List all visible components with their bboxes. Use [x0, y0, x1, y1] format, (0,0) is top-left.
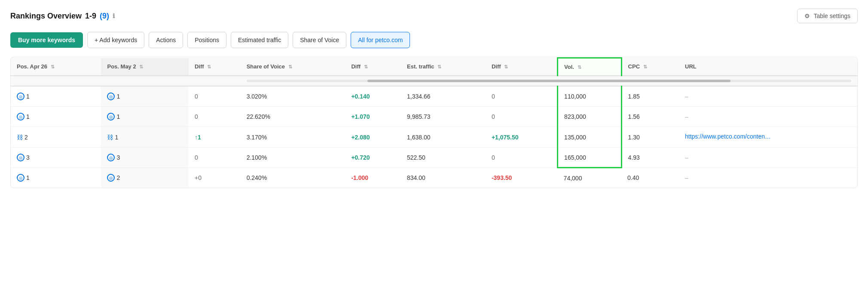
- cell-diff1: 0: [189, 148, 241, 168]
- cell-sov-diff: -1.000: [345, 168, 401, 188]
- col-label-diff2: Diff: [351, 63, 361, 70]
- rankings-table-wrapper: Pos. Apr 26 ⇅ Pos. May 2 ⇅ Diff ⇅ Share …: [10, 57, 858, 188]
- toolbar: Buy more keywords + Add keywords Actions…: [10, 32, 858, 48]
- scrollbar-row: [11, 76, 857, 86]
- count-badge: (9): [100, 12, 109, 21]
- rankings-table: Pos. Apr 26 ⇅ Pos. May 2 ⇅ Diff ⇅ Share …: [11, 57, 857, 188]
- col-header-pos-apr26[interactable]: Pos. Apr 26 ⇅: [11, 58, 101, 76]
- buy-keywords-button[interactable]: Buy more keywords: [10, 32, 83, 48]
- sov-diff-value: +1.070: [351, 113, 370, 120]
- pos-apr26-value: 2: [24, 134, 28, 141]
- actions-button[interactable]: Actions: [149, 32, 183, 48]
- cell-cpc: 0.40: [621, 168, 679, 188]
- table-row: ◎ 1 ◎ 2 +0 0.240% -: [11, 168, 857, 188]
- info-icon[interactable]: ℹ: [113, 12, 115, 19]
- sov-diff-value: +2.080: [351, 134, 370, 141]
- table-settings-label: Table settings: [813, 12, 850, 19]
- cell-pos-apr26: ◎ 1: [11, 86, 101, 107]
- pos-apr26-value: 1: [26, 93, 30, 100]
- url-dash: –: [685, 113, 688, 120]
- cell-vol: 135,000: [558, 127, 622, 148]
- cell-url: –: [679, 107, 857, 127]
- tab-share-of-voice[interactable]: Share of Voice: [293, 32, 346, 48]
- cell-sov: 22.620%: [241, 107, 345, 127]
- url-dash: –: [685, 154, 688, 161]
- table-row: ⛓ 2 ⛓ 1 ↑1 3.170% +: [11, 127, 857, 148]
- sort-icon-pos-may2: ⇅: [139, 64, 143, 70]
- sov-diff-value: +0.140: [351, 93, 370, 100]
- diff-value: 0: [195, 154, 198, 161]
- cell-traffic-diff: +1,075.50: [486, 127, 558, 148]
- col-header-diff1[interactable]: Diff ⇅: [189, 58, 241, 76]
- cell-pos-may2: ◎ 1: [101, 86, 189, 107]
- cell-vol: 823,000: [558, 107, 622, 127]
- pos-may2-value: 1: [116, 113, 120, 120]
- col-header-diff2[interactable]: Diff ⇅: [345, 58, 401, 76]
- cell-pos-may2: ⛓ 1: [101, 127, 189, 148]
- col-label-pos-apr26: Pos. Apr 26: [17, 63, 47, 70]
- position-circle-icon: ◎: [107, 154, 115, 161]
- col-header-diff3[interactable]: Diff ⇅: [486, 58, 558, 76]
- cell-cpc: 1.56: [621, 107, 679, 127]
- pos-may2-value: 3: [116, 154, 120, 161]
- cell-est-traffic: 1,638.00: [401, 127, 486, 148]
- tab-all-petco[interactable]: All for petco.com: [351, 32, 410, 48]
- sov-diff-value: +0.720: [351, 154, 370, 161]
- tab-positions[interactable]: Positions: [187, 32, 226, 48]
- cell-vol: 165,000: [558, 148, 622, 168]
- cell-pos-may2: ◎ 1: [101, 107, 189, 127]
- diff-value: ↑1: [195, 134, 201, 141]
- url-dash: –: [685, 93, 688, 100]
- col-header-vol[interactable]: Vol. ⇅: [558, 58, 622, 76]
- position-link-icon: ⛓: [17, 134, 23, 141]
- col-label-diff3: Diff: [492, 63, 501, 70]
- position-circle-icon: ◎: [107, 113, 115, 121]
- position-circle-icon: ◎: [17, 113, 24, 121]
- sort-icon-pos-apr26: ⇅: [51, 64, 55, 70]
- header-row: Rankings Overview 1-9 (9) ℹ ⚙ Table sett…: [10, 9, 858, 23]
- sort-icon-diff1: ⇅: [207, 64, 211, 70]
- horizontal-scrollbar[interactable]: [247, 80, 851, 82]
- pos-may2-value: 1: [116, 93, 120, 100]
- sort-icon-vol: ⇅: [578, 65, 581, 70]
- tab-estimated-traffic[interactable]: Estimated traffic: [231, 32, 288, 48]
- col-label-diff1: Diff: [195, 63, 204, 70]
- cell-sov: 3.170%: [241, 127, 345, 148]
- cell-vol: 74,000: [558, 168, 622, 188]
- url-dash: –: [685, 174, 688, 181]
- url-link[interactable]: https://www.petco.com/content/…/s/parak: [685, 133, 771, 140]
- table-settings-button[interactable]: ⚙ Table settings: [797, 9, 858, 23]
- gear-icon: ⚙: [804, 12, 810, 19]
- position-circle-icon: ◎: [17, 93, 24, 100]
- diff-value: 0: [195, 113, 198, 120]
- col-header-url[interactable]: URL: [679, 58, 857, 76]
- cell-pos-may2: ◎ 3: [101, 148, 189, 168]
- diff-value: +0: [195, 174, 202, 181]
- cell-sov: 2.100%: [241, 148, 345, 168]
- traffic-diff-value: 0: [492, 93, 495, 100]
- cell-sov: 0.240%: [241, 168, 345, 188]
- cell-url: https://www.petco.com/content/…/s/parak: [679, 127, 857, 148]
- cell-pos-apr26: ◎ 1: [11, 168, 101, 188]
- cell-sov-diff: +2.080: [345, 127, 401, 148]
- sort-icon-diff2: ⇅: [364, 64, 368, 70]
- sov-diff-value: -1.000: [351, 174, 368, 181]
- cell-diff1: 0: [189, 107, 241, 127]
- sort-icon-est-traffic: ⇅: [437, 64, 441, 70]
- col-header-pos-may2[interactable]: Pos. May 2 ⇅: [101, 58, 189, 76]
- add-keywords-button[interactable]: + Add keywords: [87, 32, 144, 48]
- cell-est-traffic: 834.00: [401, 168, 486, 188]
- col-header-share-of-voice[interactable]: Share of Voice ⇅: [241, 58, 345, 76]
- cell-url: –: [679, 148, 857, 168]
- position-circle-icon: ◎: [107, 93, 115, 100]
- pos-apr26-value: 3: [26, 154, 30, 161]
- position-circle-icon: ◎: [107, 174, 115, 182]
- traffic-diff-value: 0: [492, 154, 495, 161]
- pos-may2-value: 1: [115, 134, 118, 141]
- col-header-est-traffic[interactable]: Est. traffic ⇅: [401, 58, 486, 76]
- col-header-cpc[interactable]: CPC ⇅: [621, 58, 679, 76]
- col-label-est-traffic: Est. traffic: [407, 63, 434, 70]
- cell-diff1: +0: [189, 168, 241, 188]
- sort-icon-share-of-voice: ⇅: [288, 64, 292, 70]
- cell-est-traffic: 1,334.66: [401, 86, 486, 107]
